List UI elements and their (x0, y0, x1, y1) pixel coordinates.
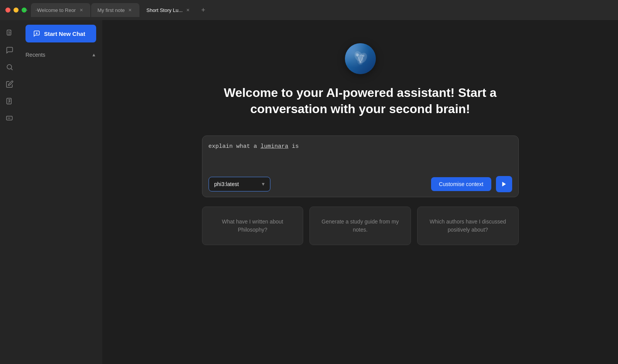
start-new-chat-label: Start New Chat (44, 30, 85, 37)
tab-label: Welcome to Reor (37, 7, 76, 13)
highlighted-word: luminara (261, 143, 289, 150)
tab-label: My first note (97, 7, 125, 13)
model-select-wrapper: phi3:latest llama2 mistral codellama ▼ (209, 177, 270, 191)
close-button[interactable] (5, 8, 10, 13)
title-bar: ← → Welcome to Reor ✕ My first note ✕ Sh… (0, 0, 618, 20)
welcome-heading: Welcome to your AI-powered assistant! St… (210, 85, 511, 117)
chat-controls: phi3:latest llama2 mistral codellama ▼ C… (209, 176, 512, 192)
chat-icon-btn[interactable] (3, 43, 17, 57)
edit-icon-btn[interactable] (3, 77, 17, 91)
file-icon-btn[interactable] (3, 26, 17, 40)
chat-input-display[interactable]: explain what a luminara is (209, 142, 512, 173)
customise-context-button[interactable]: Customise context (431, 177, 491, 191)
tab-bar: Welcome to Reor ✕ My first note ✕ Short … (31, 0, 208, 20)
back-button[interactable]: ← (21, 6, 31, 14)
sidebar-panel: Start New Chat Recents ▲ (19, 20, 102, 364)
start-new-chat-button[interactable]: Start New Chat (25, 25, 96, 42)
minimize-button[interactable] (14, 8, 19, 13)
svg-line-5 (11, 69, 13, 70)
add-note-icon-btn[interactable] (3, 94, 17, 108)
app-logo (345, 43, 376, 74)
tab-first-note[interactable]: My first note ✕ (91, 3, 139, 17)
recents-label: Recents (25, 52, 45, 58)
tab-label: Short Story Lu... (146, 7, 183, 13)
send-button[interactable] (496, 176, 512, 192)
tab-close-short-story[interactable]: ✕ (185, 7, 191, 13)
forward-button[interactable]: → (33, 6, 42, 14)
suggestion-card-label: What have I written about Philosophy? (210, 218, 295, 234)
suggestion-card-study-guide[interactable]: Generate a study guide from my notes. (309, 207, 411, 245)
nav-arrows: ← → (21, 6, 42, 14)
suggestion-cards: What have I written about Philosophy? Ge… (202, 207, 519, 245)
add-tab-button[interactable]: + (198, 5, 209, 16)
tab-short-story[interactable]: Short Story Lu... ✕ (140, 3, 197, 17)
sidebar: Start New Chat Recents ▲ (0, 20, 102, 364)
send-icon (501, 181, 507, 187)
chat-actions: Customise context (431, 176, 512, 192)
tab-close-welcome[interactable]: ✕ (78, 7, 84, 13)
model-select[interactable]: phi3:latest llama2 mistral codellama (209, 177, 270, 191)
suggestion-card-philosophy[interactable]: What have I written about Philosophy? (202, 207, 304, 245)
logo-inner (345, 43, 376, 74)
suggestion-card-authors[interactable]: Which authors have I discussed positivel… (417, 207, 519, 245)
svg-point-4 (7, 64, 12, 69)
search-icon-btn[interactable] (3, 60, 17, 74)
svg-marker-25 (502, 182, 506, 186)
suggestion-card-label: Generate a study guide from my notes. (317, 218, 403, 234)
recents-header: Recents ▲ (25, 50, 96, 59)
chat-plus-icon (33, 30, 40, 37)
recents-chevron-icon[interactable]: ▲ (92, 52, 96, 58)
chat-input-area: explain what a luminara is phi3:latest l… (202, 135, 519, 197)
flashcard-icon-btn[interactable] (3, 111, 17, 125)
main-layout: Start New Chat Recents ▲ (0, 20, 618, 364)
suggestion-card-label: Which authors have I discussed positivel… (425, 218, 511, 234)
tab-close-first-note[interactable]: ✕ (127, 7, 133, 13)
logo-svg (350, 49, 370, 69)
icon-rail (0, 20, 19, 364)
main-content: Welcome to your AI-powered assistant! St… (102, 20, 618, 364)
